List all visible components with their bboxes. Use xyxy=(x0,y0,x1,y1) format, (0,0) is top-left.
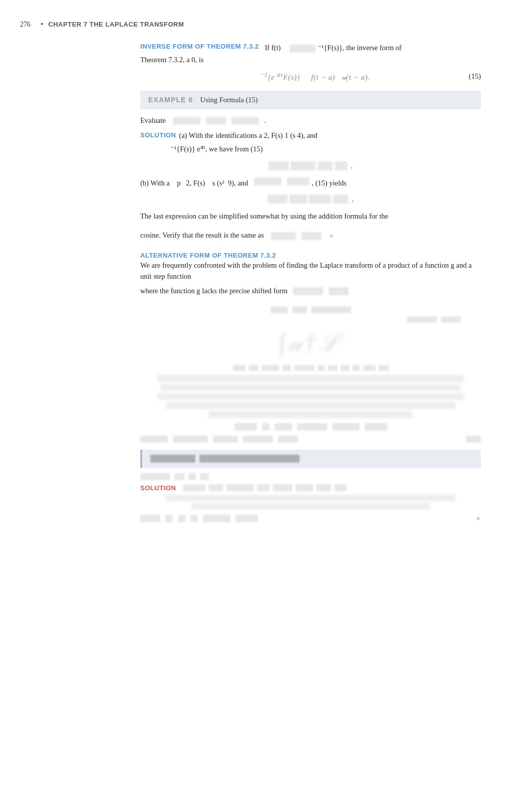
blurred-final-4 xyxy=(190,515,198,522)
chapter-label: CHAPTER 7 THE LAPLACE TRANSFORM xyxy=(48,21,184,28)
blurred-then-6 xyxy=(466,436,481,443)
blurred-topright-1 xyxy=(407,316,437,323)
blurred-mid-2 xyxy=(248,365,258,371)
alt-theorem-body2: where the function g lacks the precise s… xyxy=(140,285,481,297)
blurred-eval-2 xyxy=(206,117,226,125)
page: 276 • CHAPTER 7 THE LAPLACE TRANSFORM IN… xyxy=(0,0,532,804)
blurred-formula-a2 xyxy=(291,161,316,170)
blurred-formula-b3 xyxy=(309,194,331,204)
paragraph1: The last expression can be simplified so… xyxy=(140,211,481,223)
blurred-sol2-7 xyxy=(316,484,331,491)
blurred-p2-2 xyxy=(302,232,322,240)
blurred-sol2-6 xyxy=(296,484,313,491)
solution-label: SOLUTION xyxy=(140,130,176,141)
alt-theorem-title: ALTERNATIVE FORM OF THEOREM 7.3.2 xyxy=(140,252,276,259)
small-bullet xyxy=(330,234,333,238)
blurred-mid-8 xyxy=(341,365,350,371)
paragraph2: cosine. Verify that the result is the sa… xyxy=(140,230,481,242)
blurred-mid-11 xyxy=(379,365,389,371)
blurred-mid-10 xyxy=(363,365,376,371)
blurred-then-2 xyxy=(173,436,208,443)
page-header: 276 • CHAPTER 7 THE LAPLACE TRANSFORM xyxy=(0,20,532,38)
blurred-alt-1 xyxy=(293,287,323,295)
blurred-sol2-1 xyxy=(183,484,205,491)
center-formula-b: . xyxy=(140,194,481,204)
blurred-formula-a1 xyxy=(269,161,289,170)
blurred-eval-1 xyxy=(173,117,200,125)
center-formula-a: . xyxy=(140,161,481,170)
blurred-eval-3 xyxy=(231,117,259,125)
blurred-alt-2 xyxy=(329,287,349,295)
blurred-para-3 xyxy=(157,393,464,400)
blurred-final-5 xyxy=(203,515,230,522)
blurred-eval2-3 xyxy=(188,473,196,480)
small-bullet-end xyxy=(476,517,480,520)
large-formula-area: ∫𝓊†ℒ xyxy=(140,306,481,522)
solution-part-a: SOLUTION (a) With the identifications a … xyxy=(140,130,481,141)
part-b: (b) With a p 2, F(s) s (s² 9), and , (15… xyxy=(140,177,481,187)
solution2-label: SOLUTION xyxy=(140,484,176,492)
blurred-top-1 xyxy=(271,306,288,313)
formula-15: −1{e asF(s)} f(t − a) 𝓊(t − a). (15) xyxy=(140,71,481,82)
blurred-expression-1 xyxy=(290,45,316,53)
blurred-form-row-3 xyxy=(275,423,292,431)
blurred-top-3 xyxy=(311,306,351,313)
blurred-part-b-1 xyxy=(254,177,282,185)
blurred-top-2 xyxy=(292,306,307,313)
blurred-final-1 xyxy=(140,515,160,522)
formula-15-content: −1{e asF(s)} f(t − a) 𝓊(t − a). xyxy=(251,71,370,82)
main-content: INVERSE FORM OF THEOREM 7.3.2 If f(t) ⁻¹… xyxy=(110,43,511,522)
page-number: 276 xyxy=(20,21,31,29)
blurred-formula-b4 xyxy=(333,194,348,204)
blurred-mid-1 xyxy=(233,365,245,371)
theorem-title: INVERSE FORM OF THEOREM 7.3.2 xyxy=(140,43,259,50)
alt-theorem-body: We are frequently confronted with the pr… xyxy=(140,260,481,282)
blurred-mid-3 xyxy=(261,365,279,371)
blurred-para-1 xyxy=(157,375,464,382)
blurred-form-row-5 xyxy=(332,423,360,431)
example7-box xyxy=(140,450,481,468)
large-formula-main: ∫𝓊†ℒ xyxy=(279,328,343,358)
blurred-example7-title xyxy=(199,455,300,463)
blurred-eval2-1 xyxy=(140,473,170,480)
blurred-mid-4 xyxy=(282,365,291,371)
header-bullet: • xyxy=(41,20,43,29)
blurred-final-6 xyxy=(235,515,258,522)
blurred-formula-b2 xyxy=(290,194,307,204)
example6-label: EXAMPLE 6 xyxy=(148,96,193,104)
blurred-form-row-2 xyxy=(262,423,270,431)
theorem-line2: Theorem 7.3.2, a 0, is xyxy=(140,56,481,64)
blurred-final-2 xyxy=(165,515,173,522)
blurred-formula-a4 xyxy=(335,161,347,170)
blurred-para-5 xyxy=(208,411,413,418)
blurred-form-row-6 xyxy=(365,423,387,431)
blurred-form-row-1 xyxy=(234,423,257,431)
blurred-formula-a3 xyxy=(318,161,333,170)
blurred-part-b-2 xyxy=(287,177,310,185)
blurred-mid-5 xyxy=(294,365,314,371)
blurred-example7-label xyxy=(150,455,195,463)
blurred-then-4 xyxy=(243,436,273,443)
blurred-p2-1 xyxy=(271,232,296,240)
blurred-para-4 xyxy=(166,402,455,409)
evaluate-line: Evaluate . xyxy=(140,116,481,125)
blurred-para-2 xyxy=(161,384,460,391)
blurred-then-5 xyxy=(278,436,298,443)
example6-box: EXAMPLE 6 Using Formula (15) xyxy=(140,91,481,109)
blurred-eval2-2 xyxy=(174,473,184,480)
example6-title: Using Formula (15) xyxy=(200,96,257,104)
solution-indent: ⁻¹{F(s)} e⁴ᵗ, we have from (15) xyxy=(170,144,481,155)
formula-15-number: (15) xyxy=(469,72,481,81)
blurred-sol2-2 xyxy=(208,484,223,491)
alt-theorem-header: ALTERNATIVE FORM OF THEOREM 7.3.2 We are… xyxy=(140,252,481,282)
blurred-sol2-para-2 xyxy=(191,503,430,510)
blurred-sol2-8 xyxy=(334,484,347,491)
blurred-sol2-5 xyxy=(273,484,293,491)
blurred-form-row-4 xyxy=(297,423,327,431)
blurred-sol2-3 xyxy=(226,484,254,491)
blurred-mid-7 xyxy=(328,365,338,371)
blurred-formula-b1 xyxy=(268,194,288,204)
theorem-header: INVERSE FORM OF THEOREM 7.3.2 If f(t) ⁻¹… xyxy=(140,43,481,54)
blurred-then-3 xyxy=(213,436,238,443)
blurred-sol2-4 xyxy=(257,484,270,491)
